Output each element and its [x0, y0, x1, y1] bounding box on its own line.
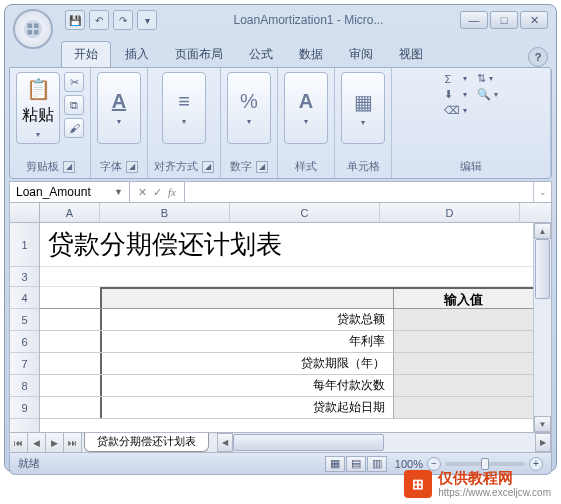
tab-home[interactable]: 开始	[61, 41, 111, 67]
tab-nav-prev[interactable]: ◀	[28, 433, 46, 452]
blank-row[interactable]	[40, 267, 533, 287]
group-label-font: 字体	[100, 159, 122, 174]
number-button[interactable]: %▾	[227, 72, 271, 144]
styles-button[interactable]: A▾	[284, 72, 328, 144]
row-header-3[interactable]: 3	[10, 267, 39, 287]
align-launcher[interactable]: ◢	[202, 161, 214, 173]
scroll-down-button[interactable]: ▼	[534, 416, 551, 432]
input-loan-amount[interactable]	[393, 309, 533, 330]
close-button[interactable]: ✕	[520, 11, 548, 29]
view-page-layout-button[interactable]: ▤	[346, 456, 366, 472]
scroll-right-button[interactable]: ▶	[535, 433, 551, 452]
clear-icon[interactable]: ⌫	[444, 104, 460, 117]
office-button[interactable]	[13, 9, 53, 49]
cell-grid[interactable]: 贷款分期偿还计划表 输入值 贷款总额 年利率 贷款期限（年） 每年付款次数 贷款…	[40, 223, 533, 432]
align-icon: ≡	[178, 90, 190, 113]
column-header-c[interactable]: C	[230, 203, 380, 222]
cut-button[interactable]: ✂	[64, 72, 84, 92]
qat-redo-button[interactable]: ↷	[113, 10, 133, 30]
accept-formula-icon[interactable]: ✓	[153, 186, 162, 199]
minimize-button[interactable]: —	[460, 11, 488, 29]
format-painter-button[interactable]: 🖌	[64, 118, 84, 138]
number-launcher[interactable]: ◢	[256, 161, 268, 173]
zoom-slider-thumb[interactable]	[481, 458, 489, 470]
qat-undo-button[interactable]: ↶	[89, 10, 109, 30]
row-header-1[interactable]: 1	[10, 223, 39, 267]
alignment-button[interactable]: ≡▾	[162, 72, 206, 144]
sort-icon[interactable]: ⇅	[477, 72, 486, 85]
horizontal-scrollbar[interactable]: ◀ ▶	[217, 433, 551, 452]
input-loan-years[interactable]	[393, 353, 533, 374]
fx-button[interactable]: fx	[168, 186, 176, 198]
font-launcher[interactable]: ◢	[126, 161, 138, 173]
tab-data[interactable]: 数据	[287, 42, 335, 67]
page-layout-icon: ▤	[351, 457, 361, 470]
row-header-6[interactable]: 6	[10, 331, 39, 353]
view-normal-button[interactable]: ▦	[325, 456, 345, 472]
ribbon-group-editing: Σ▾ ⇅▾ ⬇▾ 🔍▾ ⌫▾ 编辑	[392, 68, 551, 178]
paste-button[interactable]: 📋 粘贴 ▾	[16, 72, 60, 144]
row-annual-rate[interactable]: 年利率	[40, 331, 533, 353]
qat-customize-button[interactable]: ▾	[137, 10, 157, 30]
tab-review[interactable]: 审阅	[337, 42, 385, 67]
column-header-d[interactable]: D	[380, 203, 520, 222]
chevron-down-icon: ▾	[247, 117, 251, 126]
autosum-icon[interactable]: Σ	[444, 73, 460, 85]
formula-input[interactable]	[185, 182, 533, 202]
column-header-a[interactable]: A	[40, 203, 100, 222]
cells-button[interactable]: ▦▾	[341, 72, 385, 144]
clipboard-launcher[interactable]: ◢	[63, 161, 75, 173]
scroll-up-button[interactable]: ▲	[534, 223, 551, 239]
fill-icon[interactable]: ⬇	[444, 88, 460, 101]
zoom-in-button[interactable]: +	[529, 457, 543, 471]
row-start-date[interactable]: 贷款起始日期	[40, 397, 533, 419]
input-annual-rate[interactable]	[393, 331, 533, 352]
row-header-5[interactable]: 5	[10, 309, 39, 331]
hscroll-thumb[interactable]	[233, 434, 384, 451]
sheet-title-cell[interactable]: 贷款分期偿还计划表	[40, 223, 533, 267]
group-label-number: 数字	[230, 159, 252, 174]
close-icon: ✕	[530, 14, 539, 27]
input-start-date[interactable]	[393, 397, 533, 418]
input-payments-per-year[interactable]	[393, 375, 533, 396]
row-header-7[interactable]: 7	[10, 353, 39, 375]
zoom-slider[interactable]	[445, 462, 525, 466]
scroll-thumb[interactable]	[535, 239, 550, 299]
font-button[interactable]: A▾	[97, 72, 141, 144]
copy-button[interactable]: ⧉	[64, 95, 84, 115]
input-header-row[interactable]: 输入值	[40, 287, 533, 309]
view-page-break-button[interactable]: ▥	[367, 456, 387, 472]
title-bar: 💾 ↶ ↷ ▾ LoanAmortization1 - Micro... — □…	[5, 5, 556, 35]
clipboard-icon: 📋	[26, 77, 51, 101]
qat-save-button[interactable]: 💾	[65, 10, 85, 30]
find-icon[interactable]: 🔍	[477, 88, 491, 101]
column-header-b[interactable]: B	[100, 203, 230, 222]
row-header-9[interactable]: 9	[10, 397, 39, 419]
cancel-formula-icon[interactable]: ✕	[138, 186, 147, 199]
row-loan-years[interactable]: 贷款期限（年）	[40, 353, 533, 375]
zoom-level[interactable]: 100%	[395, 458, 423, 470]
select-all-cell[interactable]	[10, 203, 40, 222]
name-box[interactable]: Loan_Amount ▼	[10, 182, 130, 202]
help-button[interactable]: ?	[528, 47, 548, 67]
ribbon-group-styles: A▾ 样式	[278, 68, 335, 178]
tab-insert[interactable]: 插入	[113, 42, 161, 67]
tab-formulas[interactable]: 公式	[237, 42, 285, 67]
tab-nav-last[interactable]: ⏭	[64, 433, 82, 452]
tab-nav-first[interactable]: ⏮	[10, 433, 28, 452]
formula-bar-expand[interactable]: ⌄	[533, 182, 551, 202]
group-label-styles: 样式	[295, 159, 317, 174]
sheet-tab-active[interactable]: 贷款分期偿还计划表	[84, 433, 209, 452]
scroll-left-button[interactable]: ◀	[217, 433, 233, 452]
row-header-4[interactable]: 4	[10, 287, 39, 309]
tab-nav-next[interactable]: ▶	[46, 433, 64, 452]
row-payments-per-year[interactable]: 每年付款次数	[40, 375, 533, 397]
row-header-8[interactable]: 8	[10, 375, 39, 397]
tab-view[interactable]: 视图	[387, 42, 435, 67]
row-loan-amount[interactable]: 贷款总额	[40, 309, 533, 331]
chevron-down-icon: ▾	[463, 106, 467, 115]
maximize-button[interactable]: □	[490, 11, 518, 29]
font-icon: A	[112, 90, 126, 113]
tab-page-layout[interactable]: 页面布局	[163, 42, 235, 67]
vertical-scrollbar[interactable]: ▲ ▼	[533, 223, 551, 432]
